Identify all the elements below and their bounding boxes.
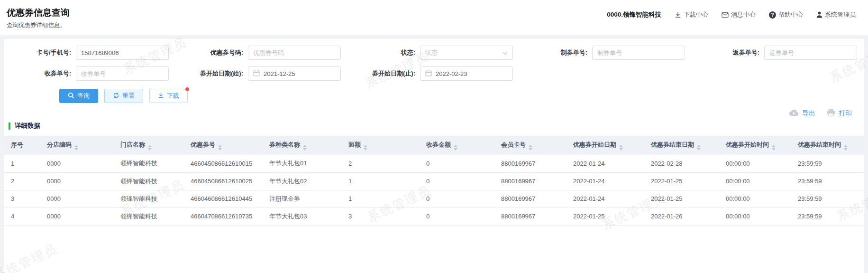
message-center-label: 消息中心 xyxy=(731,10,756,19)
return-order-label: 返券单号: xyxy=(692,48,764,57)
help-center-label: 帮助中心 xyxy=(778,10,803,19)
download-center-link[interactable]: 下载中心 xyxy=(675,10,708,19)
col-header-start-date[interactable]: 优惠券开始日期 xyxy=(566,136,644,155)
col-header-coupon-type[interactable]: 券种类名称 xyxy=(262,136,341,155)
table-row: 40000 领锋智能科技466047086612610735 年节大礼包033 … xyxy=(4,207,864,225)
col-header-store-name[interactable]: 门店名称 xyxy=(113,136,183,155)
sort-icon xyxy=(697,145,701,151)
topbar: 优惠券信息查询 查询优惠券详细信息。 0000.领锋智能科技 下载中心 消息中心… xyxy=(0,0,868,35)
current-user-link[interactable]: 系统管理员 xyxy=(816,10,856,19)
export-link[interactable]: 导出 xyxy=(789,109,815,118)
page-subtitle: 查询优惠券详细信息。 xyxy=(7,21,70,29)
topbar-right: 0000.领锋智能科技 下载中心 消息中心 ? 帮助中心 系统管理员 xyxy=(607,10,856,19)
sort-icon xyxy=(218,145,222,151)
status-label: 状态: xyxy=(348,48,420,57)
help-icon: ? xyxy=(769,11,776,19)
section-accent-bar xyxy=(9,122,10,130)
table-row: 20000 领锋智能科技466045086612610025 年节大礼包021 … xyxy=(4,172,864,190)
message-center-link[interactable]: 消息中心 xyxy=(722,10,756,19)
content-card: 卡号/手机号: 优惠券号码: 状态: 状态 制券单号: xyxy=(4,39,864,273)
printer-icon xyxy=(827,109,835,118)
table-header-row: 序号 分店编码 门店名称 优惠券号 券种类名称 面额 收券金额 会员卡号 优惠券… xyxy=(4,136,864,155)
sort-icon xyxy=(74,145,78,151)
notification-dot xyxy=(185,87,189,91)
make-order-input[interactable] xyxy=(592,46,685,60)
start-date-to-value: 2022-02-23 xyxy=(436,70,467,77)
field-start-date-from: 券开始日期(始): 2021-12-25 xyxy=(176,66,348,81)
field-status: 状态: 状态 xyxy=(348,46,520,60)
table-row: 10000 领锋智能科技466045086612610015 年节大礼包012 … xyxy=(4,155,864,172)
start-date-to-label: 券开始日期(止): xyxy=(348,69,420,78)
download-center-label: 下载中心 xyxy=(684,10,708,19)
col-header-index: 序号 xyxy=(4,136,40,155)
make-order-label: 制券单号: xyxy=(520,48,592,57)
calendar-icon xyxy=(425,70,432,78)
search-icon xyxy=(68,92,74,100)
sort-icon xyxy=(454,145,457,151)
status-select[interactable]: 状态 xyxy=(420,46,513,60)
print-link[interactable]: 打印 xyxy=(827,109,852,118)
download-button-label: 下载 xyxy=(167,92,179,100)
sort-icon xyxy=(619,145,623,151)
sort-icon xyxy=(529,145,532,151)
sort-icon xyxy=(844,145,848,151)
print-label: 打印 xyxy=(839,109,852,118)
current-user-label: 系统管理员 xyxy=(825,10,856,19)
col-header-coupon-no[interactable]: 优惠券号 xyxy=(183,136,262,155)
page-title: 优惠券信息查询 xyxy=(7,7,70,19)
col-header-face-value[interactable]: 面额 xyxy=(341,136,419,155)
user-icon xyxy=(816,11,822,18)
form-row-1: 卡号/手机号: 优惠券号码: 状态: 状态 制券单号: xyxy=(4,46,864,60)
reset-button[interactable]: 重置 xyxy=(104,89,143,103)
cloud-download-icon xyxy=(789,109,799,118)
company-name: 0000.领锋智能科技 xyxy=(607,10,661,19)
reset-button-label: 重置 xyxy=(122,92,135,100)
coupon-no-input[interactable] xyxy=(248,46,341,60)
sort-icon xyxy=(303,145,307,151)
section-title: 详细数据 xyxy=(9,122,864,130)
sort-icon xyxy=(772,145,776,151)
help-center-link[interactable]: ? 帮助中心 xyxy=(769,10,803,19)
receive-order-label: 收券单号: xyxy=(4,69,76,78)
start-date-from-label: 券开始日期(始): xyxy=(176,69,248,78)
title-block: 优惠券信息查询 查询优惠券详细信息。 xyxy=(7,6,70,29)
field-make-order: 制券单号: xyxy=(520,46,692,60)
download-arrow-icon xyxy=(158,92,164,100)
return-order-input[interactable] xyxy=(764,46,857,60)
col-header-end-time[interactable]: 优惠券结束时间 xyxy=(791,136,864,155)
receive-order-input[interactable] xyxy=(76,66,169,81)
chevron-down-icon xyxy=(503,49,508,56)
section-title-text: 详细数据 xyxy=(15,122,40,130)
field-start-date-to: 券开始日期(止): 2022-02-23 xyxy=(348,66,520,81)
form-buttons: 查询 重置 下载 xyxy=(59,89,864,103)
field-receive-order: 收券单号: xyxy=(4,66,176,81)
status-select-placeholder: 状态 xyxy=(425,48,438,57)
download-button[interactable]: 下载 xyxy=(149,89,188,103)
col-header-received-amount[interactable]: 收券金额 xyxy=(419,136,494,155)
coupon-table: 序号 分店编码 门店名称 优惠券号 券种类名称 面额 收券金额 会员卡号 优惠券… xyxy=(4,136,864,226)
query-button[interactable]: 查询 xyxy=(59,89,98,103)
form-row-2: 收券单号: 券开始日期(始): 2021-12-25 券开始日期(止): xyxy=(4,66,864,81)
card-no-label: 卡号/手机号: xyxy=(4,48,76,57)
table-row: 30000 领锋智能科技466046086612610445 注册现金券1 08… xyxy=(4,190,864,207)
coupon-no-label: 优惠券号码: xyxy=(176,48,248,57)
message-icon xyxy=(722,12,729,18)
field-return-order: 返券单号: xyxy=(692,46,864,60)
field-coupon-no: 优惠券号码: xyxy=(176,46,348,60)
col-header-branch-code[interactable]: 分店编码 xyxy=(40,136,113,155)
search-form: 卡号/手机号: 优惠券号码: 状态: 状态 制券单号: xyxy=(4,39,864,103)
query-button-label: 查询 xyxy=(77,92,90,100)
card-no-input[interactable] xyxy=(76,46,169,60)
calendar-icon xyxy=(253,70,260,78)
start-date-from-value: 2021-12-25 xyxy=(264,70,295,77)
table-toolbar: 导出 打印 xyxy=(4,103,864,118)
sort-icon xyxy=(364,145,367,151)
download-icon xyxy=(675,11,681,18)
col-header-member-card[interactable]: 会员卡号 xyxy=(494,136,566,155)
start-date-from-input[interactable]: 2021-12-25 xyxy=(248,66,341,81)
sort-icon xyxy=(148,145,152,151)
refresh-icon xyxy=(113,92,119,100)
start-date-to-input[interactable]: 2022-02-23 xyxy=(420,66,513,81)
col-header-start-time[interactable]: 优惠券开始时间 xyxy=(719,136,791,155)
col-header-end-date[interactable]: 优惠券结束日期 xyxy=(644,136,719,155)
